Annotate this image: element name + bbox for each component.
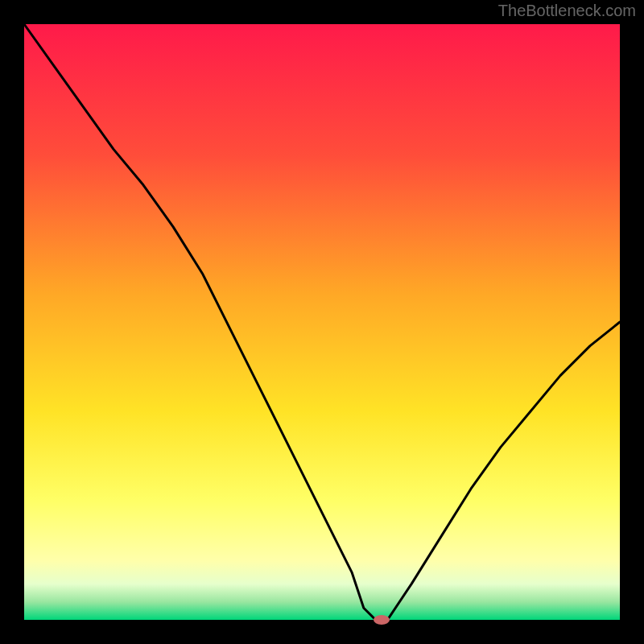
attribution-label: TheBottleneck.com [498,2,636,20]
optimum-marker [374,615,390,625]
bottleneck-chart [0,0,644,644]
plot-background [24,24,620,620]
chart-frame: TheBottleneck.com [0,0,644,644]
